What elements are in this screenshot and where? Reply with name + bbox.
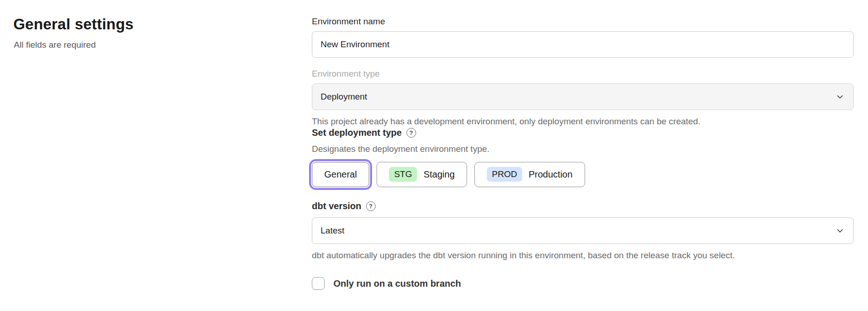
settings-header: General settings All fields are required <box>13 16 312 290</box>
help-icon[interactable]: ? <box>406 128 416 138</box>
help-icon[interactable]: ? <box>366 201 376 211</box>
environment-name-label: Environment name <box>312 17 854 27</box>
environment-type-helper: This project already has a development e… <box>312 116 854 128</box>
deployment-type-options: General STG Staging PROD Production <box>312 162 854 187</box>
custom-branch-label: Only run on a custom branch <box>333 278 461 289</box>
deployment-type-title: Set deployment type <box>312 128 402 138</box>
dbt-version-helper: dbt automatically upgrades the dbt versi… <box>312 250 854 261</box>
page-subtitle: All fields are required <box>13 40 312 50</box>
general-settings-page: General settings All fields are required… <box>0 0 868 290</box>
option-label: Staging <box>423 169 455 180</box>
deployment-type-option-general[interactable]: General <box>312 162 369 187</box>
deployment-type-header: Set deployment type ? <box>312 128 854 138</box>
environment-type-value: Deployment <box>321 92 367 102</box>
chevron-down-icon <box>836 93 844 101</box>
environment-name-input[interactable] <box>312 31 854 58</box>
dbt-version-header: dbt version ? <box>312 201 854 211</box>
environment-type-label: Environment type <box>312 69 854 79</box>
production-badge: PROD <box>487 167 522 182</box>
deployment-type-description: Designates the deployment environment ty… <box>312 144 854 154</box>
dbt-version-value: Latest <box>321 226 344 236</box>
environment-form: Environment name Environment type Deploy… <box>312 16 854 290</box>
staging-badge: STG <box>389 167 417 182</box>
deployment-type-option-staging[interactable]: STG Staging <box>377 162 467 187</box>
chevron-down-icon <box>836 227 844 235</box>
custom-branch-checkbox[interactable] <box>312 277 325 290</box>
dbt-version-title: dbt version <box>312 201 361 211</box>
environment-type-select: Deployment <box>312 83 854 110</box>
option-label: Production <box>529 169 573 180</box>
option-label: General <box>324 169 357 180</box>
dbt-version-select[interactable]: Latest <box>312 217 854 244</box>
page-title: General settings <box>13 16 312 33</box>
deployment-type-option-production[interactable]: PROD Production <box>474 162 585 187</box>
custom-branch-row: Only run on a custom branch <box>312 277 854 290</box>
